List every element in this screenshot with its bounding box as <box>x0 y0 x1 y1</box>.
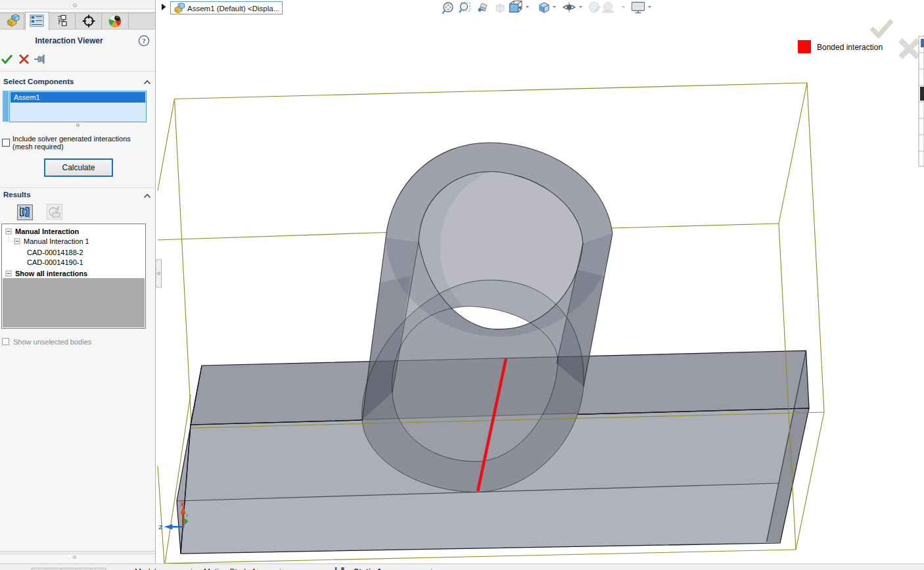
svg-text:Manual Interaction 1: Manual Interaction 1 <box>24 237 89 245</box>
svg-text:Motion Study 1: Motion Study 1 <box>204 567 256 570</box>
svg-text:Model: Model <box>135 567 156 570</box>
svg-text:|: | <box>279 567 281 570</box>
svg-text:|: | <box>430 567 432 570</box>
svg-text:Manual Interaction: Manual Interaction <box>15 227 79 235</box>
svg-text:Bonded interaction: Bonded interaction <box>817 43 883 52</box>
svg-text:▎▌: ▎▌ <box>335 567 347 570</box>
svg-text:X: X <box>181 501 185 508</box>
svg-text:CAD-00014188-2: CAD-00014188-2 <box>27 249 83 256</box>
svg-text:CAD-00014190-1: CAD-00014190-1 <box>27 258 83 266</box>
svg-text:|: | <box>191 567 193 570</box>
svg-text:?: ? <box>142 37 146 45</box>
svg-text:Show all interactions: Show all interactions <box>15 270 87 277</box>
svg-text:Static 1: Static 1 <box>354 567 382 570</box>
svg-text:Z: Z <box>159 523 163 531</box>
svg-text:Assem1 (Default) <Displa...: Assem1 (Default) <Displa... <box>187 5 279 12</box>
